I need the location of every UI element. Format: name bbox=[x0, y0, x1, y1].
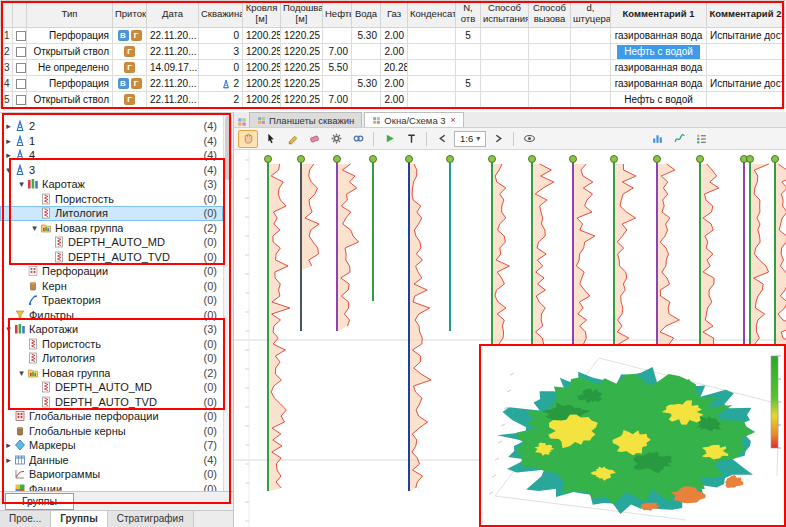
expand-arrow-icon[interactable]: ▸ bbox=[3, 440, 14, 450]
cell-condensate[interactable] bbox=[408, 28, 456, 44]
cell-oil[interactable] bbox=[323, 76, 352, 92]
cell-water[interactable] bbox=[352, 44, 381, 60]
histogram-button[interactable] bbox=[647, 130, 667, 148]
row-number[interactable]: 4 bbox=[1, 76, 13, 92]
row-checkbox[interactable] bbox=[16, 47, 26, 57]
cell-n_holes[interactable] bbox=[456, 60, 481, 76]
cell-well[interactable]: 3 bbox=[199, 44, 243, 60]
row-checkbox[interactable] bbox=[16, 63, 26, 73]
cell-comment2[interactable] bbox=[707, 92, 785, 108]
cell-test_method[interactable] bbox=[481, 60, 529, 76]
cell-n_holes[interactable] bbox=[456, 44, 481, 60]
cell-condensate[interactable] bbox=[408, 60, 456, 76]
cell-well[interactable]: 2 bbox=[199, 92, 243, 108]
close-icon[interactable]: × bbox=[451, 115, 456, 125]
cell-bottom[interactable]: 1220.25 bbox=[281, 44, 323, 60]
row-number[interactable]: 1 bbox=[1, 28, 13, 44]
pan-hand-button[interactable] bbox=[238, 130, 258, 148]
cell-date[interactable]: 14.09.17... bbox=[147, 60, 199, 76]
cell-date[interactable]: 22.11.20... bbox=[147, 44, 199, 60]
row-number[interactable]: 3 bbox=[1, 60, 13, 76]
cell-oil[interactable]: 5.50 bbox=[323, 60, 352, 76]
scale-select[interactable]: 1:6▾ bbox=[454, 131, 486, 147]
tree-item[interactable]: ▸4(4) bbox=[0, 148, 223, 163]
play-button[interactable] bbox=[379, 130, 399, 148]
cell-water[interactable]: 5.30 bbox=[352, 28, 381, 44]
cell-gas[interactable]: 20.28 bbox=[381, 60, 408, 76]
cell-call_method[interactable] bbox=[529, 44, 571, 60]
cell-well[interactable]: 2 bbox=[199, 76, 243, 92]
cell-comment1[interactable]: Нефть с водой bbox=[611, 92, 707, 108]
cell-comment1[interactable]: газированная вода bbox=[611, 28, 707, 44]
tree-item[interactable]: ▾3(4) bbox=[0, 163, 223, 178]
cell-oil[interactable]: 7.00 bbox=[323, 44, 352, 60]
document-tab[interactable]: Окна/Схема 3× bbox=[364, 112, 464, 127]
cell-bottom[interactable]: 1220.25 bbox=[281, 92, 323, 108]
tree-item[interactable]: ▸1(4) bbox=[0, 134, 223, 149]
cell-call_method[interactable] bbox=[529, 60, 571, 76]
tree-item[interactable]: Глобальные керны(0) bbox=[0, 424, 223, 439]
cell-top[interactable]: 1200.25 bbox=[243, 28, 281, 44]
window-tab[interactable]: Группы bbox=[51, 511, 107, 527]
row-checkbox[interactable] bbox=[16, 79, 26, 89]
cell-date[interactable]: 22.11.20... bbox=[147, 92, 199, 108]
cell-type[interactable]: Открытый ствол bbox=[27, 44, 113, 60]
collapse-arrow-icon[interactable]: ▾ bbox=[16, 368, 27, 378]
pencil-button[interactable] bbox=[282, 130, 302, 148]
tree-item[interactable]: DEPTH_AUTO_MD(0) bbox=[0, 235, 223, 250]
collapse-arrow-icon[interactable]: ▾ bbox=[3, 324, 14, 334]
tree-item[interactable]: Керн(0) bbox=[0, 279, 223, 294]
text-tool-button[interactable] bbox=[401, 130, 421, 148]
link-button[interactable] bbox=[348, 130, 368, 148]
column-header[interactable]: d, штуцера bbox=[571, 1, 611, 28]
tab-groups[interactable]: Группы bbox=[5, 493, 74, 510]
tree-item[interactable]: ▸Маркеры(7) bbox=[0, 438, 223, 453]
cell-choke[interactable] bbox=[571, 28, 611, 44]
cell-condensate[interactable] bbox=[408, 76, 456, 92]
zoom-next-button[interactable] bbox=[488, 130, 508, 148]
column-header[interactable]: Подошва [м] bbox=[281, 1, 323, 28]
cell-call_method[interactable] bbox=[529, 92, 571, 108]
select-cursor-button[interactable] bbox=[260, 130, 280, 148]
cell-date[interactable]: 22.11.20... bbox=[147, 28, 199, 44]
eye-button[interactable] bbox=[519, 130, 539, 148]
cell-well[interactable]: 0 bbox=[199, 28, 243, 44]
tree-item[interactable]: Фации(0) bbox=[0, 482, 223, 492]
expand-arrow-icon[interactable]: ▸ bbox=[3, 121, 14, 131]
cell-test_method[interactable] bbox=[481, 92, 529, 108]
column-header[interactable]: Скважина bbox=[199, 1, 243, 28]
cell-top[interactable]: 1200.25 bbox=[243, 44, 281, 60]
column-header[interactable]: Приток bbox=[113, 1, 147, 28]
cell-test_method[interactable] bbox=[481, 44, 529, 60]
cell-gas[interactable]: 2.00 bbox=[381, 28, 408, 44]
cell-type[interactable]: Не определено bbox=[27, 60, 113, 76]
column-header[interactable]: Вода bbox=[352, 1, 381, 28]
row-number[interactable]: 2 bbox=[1, 44, 13, 60]
column-header[interactable]: Газ bbox=[381, 1, 408, 28]
cell-type[interactable]: Перфорация bbox=[27, 28, 113, 44]
row-number[interactable]: 5 bbox=[1, 92, 13, 108]
column-header[interactable]: Комментарий 1 bbox=[611, 1, 707, 28]
cell-date[interactable]: 22.11.20... bbox=[147, 76, 199, 92]
gear-button[interactable] bbox=[326, 130, 346, 148]
tree-item[interactable]: DEPTH_AUTO_MD(0) bbox=[0, 380, 223, 395]
cell-type[interactable]: Перфорация bbox=[27, 76, 113, 92]
column-header[interactable]: Дата bbox=[147, 1, 199, 28]
cell-condensate[interactable] bbox=[408, 44, 456, 60]
expand-arrow-icon[interactable]: ▸ bbox=[3, 455, 14, 465]
tree-item[interactable]: ▾Каротаж(3) bbox=[0, 177, 223, 192]
cell-condensate[interactable] bbox=[408, 92, 456, 108]
cell-comment1[interactable]: Нефть с водой bbox=[611, 44, 707, 60]
tree-item[interactable]: Литология(0) bbox=[0, 206, 223, 221]
map-3d-view[interactable] bbox=[479, 344, 786, 527]
cell-gas[interactable]: 2.00 bbox=[381, 44, 408, 60]
tree-item[interactable]: ▸Данные(4) bbox=[0, 453, 223, 468]
tree-item[interactable]: ▾Новая группа(2) bbox=[0, 221, 223, 236]
tree-item[interactable]: DEPTH_AUTO_TVD(0) bbox=[0, 250, 223, 265]
window-tab[interactable]: Прое... bbox=[0, 511, 51, 527]
map-3d-canvas[interactable] bbox=[481, 346, 784, 525]
tree-item[interactable]: DEPTH_AUTO_TVD(0) bbox=[0, 395, 223, 410]
cell-top[interactable]: 1200.25 bbox=[243, 92, 281, 108]
selected-comment[interactable]: Нефть с водой bbox=[617, 45, 700, 59]
row-checkbox[interactable] bbox=[16, 31, 26, 41]
